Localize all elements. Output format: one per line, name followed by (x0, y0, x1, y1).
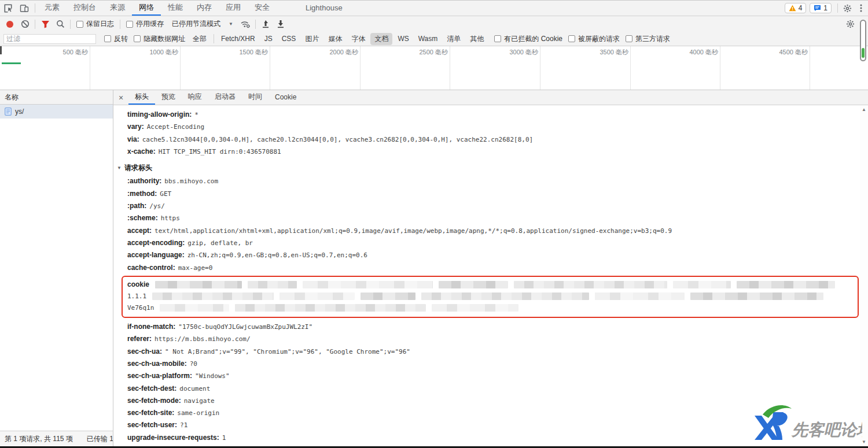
disable-cache-label: 停用缓存 (136, 19, 164, 29)
network-overview-timeline[interactable]: 500 毫秒 1000 毫秒 1500 毫秒 2000 毫秒 2500 毫秒 3… (0, 46, 868, 90)
filter-type-media[interactable]: 媒体 (324, 33, 346, 45)
filter-funnel-icon[interactable] (38, 17, 53, 31)
filter-type-all[interactable]: 全部 (189, 33, 211, 45)
network-conditions-icon[interactable] (238, 17, 253, 31)
tab-sources[interactable]: 来源 (103, 1, 132, 16)
headers-scrollbar[interactable]: ▲ ▼ (860, 105, 868, 446)
header-name: vary: (127, 123, 144, 131)
request-header-row: :method:GET (127, 188, 859, 200)
inspect-element-icon[interactable] (0, 1, 16, 16)
request-row-selected[interactable]: ys/ (0, 105, 113, 119)
hide-data-urls-checkbox[interactable]: 隐藏数据网址 (134, 34, 185, 44)
more-options-kebab-icon[interactable] (854, 1, 868, 15)
clear-network-log-icon[interactable] (17, 17, 32, 31)
timeline-tick-label: 500 毫秒 (63, 48, 88, 57)
record-network-log-icon[interactable] (2, 17, 17, 31)
redacted-value-block (421, 293, 589, 300)
header-name: timing-allow-origin: (127, 110, 192, 119)
tab-security[interactable]: 安全 (248, 1, 277, 16)
redacted-value-block (235, 304, 426, 312)
filter-input[interactable] (3, 34, 96, 44)
request-list-panel: 名称 ys/ 第 1 项请求, 共 115 项 已传输 1 (0, 90, 113, 446)
tab-elements[interactable]: 元素 (38, 1, 67, 16)
third-party-requests-checkbox[interactable]: 第三方请求 (626, 34, 670, 44)
header-value: /ys/ (149, 202, 165, 210)
search-icon[interactable] (53, 17, 68, 31)
filter-type-font[interactable]: 字体 (347, 33, 369, 45)
header-value: bbs.mihoyo.com (164, 177, 218, 185)
header-name: sec-fetch-user: (127, 421, 177, 429)
request-header-row: sec-ch-ua-platform:"Windows" (127, 370, 859, 382)
response-header-row: via:cache5.l2cn3044[0,0,304-0,H], cache2… (127, 134, 859, 146)
scroll-down-icon[interactable]: ▼ (862, 438, 866, 446)
tab-network[interactable]: 网络 (132, 1, 161, 16)
request-name: ys/ (15, 108, 24, 116)
filter-type-doc[interactable]: 文档 (370, 33, 392, 45)
header-value: document (179, 385, 210, 393)
blocked-requests-checkbox[interactable]: 被屏蔽的请求 (568, 34, 620, 44)
filter-type-fetch-xhr[interactable]: Fetch/XHR (217, 34, 259, 44)
issues-badge[interactable]: 1 (810, 3, 832, 13)
header-value: * (194, 111, 198, 119)
filter-type-other[interactable]: 其他 (466, 33, 488, 45)
detail-tab-headers[interactable]: 标头 (128, 90, 155, 105)
tab-application[interactable]: 应用 (219, 1, 248, 16)
checkbox-box (76, 21, 83, 28)
throttling-dropdown[interactable]: 已停用节流模式 ▼ (172, 19, 233, 29)
detail-tab-cookies[interactable]: Cookie (269, 90, 303, 105)
timeline-tick-label: 4000 毫秒 (689, 48, 718, 57)
request-header-row: referer:https://m.bbs.mihoyo.com/ (127, 333, 859, 345)
detail-tab-initiator[interactable]: 启动器 (208, 90, 242, 105)
header-value: zh-CN,zh;q=0.9,en-GB;q=0.8,en-US;q=0.7,e… (187, 251, 367, 259)
import-har-icon[interactable] (258, 17, 273, 31)
filter-type-css[interactable]: CSS (278, 34, 300, 44)
detail-tab-timing[interactable]: 时间 (242, 90, 269, 105)
cookie-value-line3-redacted: Ve76q1n (127, 302, 853, 314)
request-list-name-header[interactable]: 名称 (0, 90, 113, 105)
overview-scrollbar[interactable] (860, 20, 866, 61)
scroll-up-icon[interactable]: ▲ (862, 105, 866, 114)
network-toolbar: 保留日志 停用缓存 已停用节流模式 ▼ (0, 16, 868, 32)
hide-data-urls-label: 隐藏数据网址 (144, 34, 185, 44)
warnings-badge[interactable]: 4 (785, 3, 807, 13)
request-header-row: sec-ch-ua:" Not A;Brand";v="99", "Chromi… (127, 346, 859, 358)
timeline-origin-marker (0, 46, 2, 54)
checkbox-box (568, 35, 575, 42)
export-har-icon[interactable] (273, 17, 288, 31)
invert-filter-checkbox[interactable]: 反转 (104, 34, 128, 44)
settings-gear-icon[interactable] (840, 1, 854, 15)
device-toolbar-icon[interactable] (16, 1, 32, 16)
redacted-value-block (361, 293, 415, 300)
filter-type-manifest[interactable]: 清单 (443, 33, 465, 45)
blocked-cookies-checkbox[interactable]: 有已拦截的 Cookie (494, 34, 562, 44)
redacted-value-block (690, 293, 823, 300)
request-header-row: upgrade-insecure-requests:1 (127, 432, 859, 444)
close-detail-icon[interactable]: × (113, 90, 128, 105)
header-name: accept-language: (127, 251, 185, 259)
header-name: :scheme: (127, 214, 158, 222)
requests-summary: 第 1 项请求, 共 115 项 (5, 434, 73, 444)
tab-performance[interactable]: 性能 (161, 1, 190, 16)
devtools-window: 元素 控制台 来源 网络 性能 内存 应用 安全 Lighthouse 4 1 (0, 0, 868, 448)
tab-console[interactable]: 控制台 (67, 1, 103, 16)
filter-type-wasm[interactable]: Wasm (414, 34, 442, 44)
tab-lighthouse[interactable]: Lighthouse (299, 1, 350, 16)
filter-type-img[interactable]: 图片 (301, 33, 323, 45)
filter-type-js[interactable]: JS (260, 34, 277, 44)
request-headers-section[interactable]: ▼ 请求标头 (117, 162, 859, 174)
transferred-summary: 已传输 1 (87, 434, 113, 444)
toolbar-divider (255, 20, 256, 29)
overview-scrollbar-thumb[interactable] (862, 48, 865, 58)
network-settings-gear-icon[interactable] (843, 17, 858, 31)
request-header-row: sec-fetch-user:?1 (127, 419, 859, 431)
request-headers-section-title: 请求标头 (124, 162, 152, 174)
detail-tab-preview[interactable]: 预览 (155, 90, 182, 105)
response-header-row: timing-allow-origin:* (127, 109, 859, 121)
preserve-log-checkbox[interactable]: 保留日志 (76, 19, 114, 29)
header-name: cache-control: (127, 264, 175, 272)
detail-tab-response[interactable]: 响应 (182, 90, 208, 105)
tab-memory[interactable]: 内存 (190, 1, 219, 16)
redacted-value-block (737, 281, 835, 288)
filter-type-ws[interactable]: WS (393, 34, 413, 44)
disable-cache-checkbox[interactable]: 停用缓存 (126, 19, 164, 29)
